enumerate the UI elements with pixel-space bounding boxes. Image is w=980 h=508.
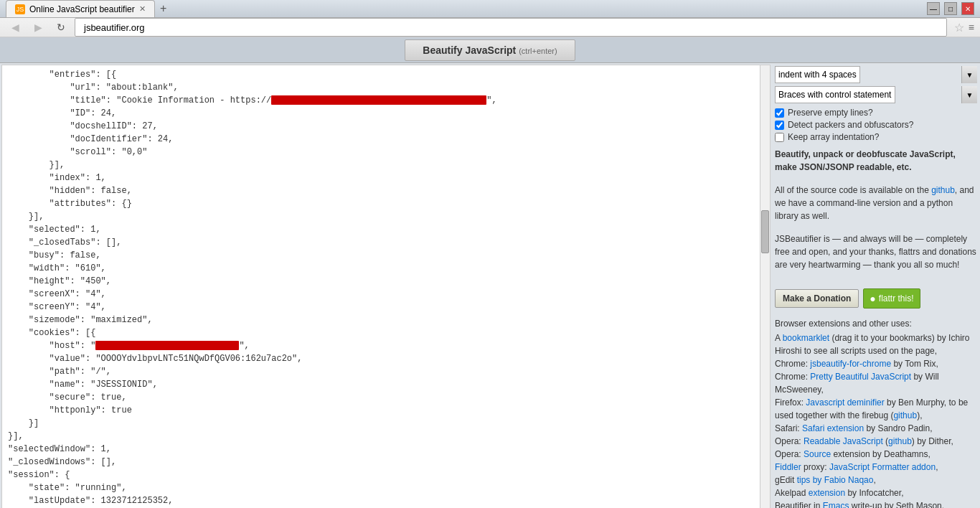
preserve-checkbox[interactable] xyxy=(775,108,784,118)
emacs-line: Beautifier in Emacs write-up by Seth Mas… xyxy=(775,499,977,508)
address-bar[interactable]: jsbeautifier.org xyxy=(75,18,947,37)
tab-close-button[interactable]: ✕ xyxy=(139,4,146,14)
gedit-line: gEdit tips by Fabio Naqao, xyxy=(775,474,977,486)
reload-button[interactable]: ↻ xyxy=(52,18,70,37)
braces-select-arrow: ▼ xyxy=(961,86,977,103)
back-button[interactable]: ◀ xyxy=(6,18,24,37)
opera-line-1: Opera: Readable JavaScript (github) by D… xyxy=(775,435,977,448)
donate-button[interactable]: Make a Donation xyxy=(775,289,859,308)
right-panel: indent with 4 spacesindent with 2 spaces… xyxy=(772,63,980,508)
deminifier-link[interactable]: Javascript deminifier xyxy=(806,398,884,408)
safari-line: Safari: Safari extension by Sandro Padin… xyxy=(775,422,977,435)
detect-label[interactable]: Detect packers and obfuscators? xyxy=(788,120,913,130)
info-para2: JSBeautifier is — and always will be — c… xyxy=(775,232,977,271)
donate-row: Make a Donation ● flattr this! xyxy=(775,288,977,309)
tab-title: Online JavaScript beautifier xyxy=(29,4,135,14)
app-content: Beautify JavaScript (ctrl+enter) "entrie… xyxy=(0,37,980,508)
braces-select[interactable]: Braces with control statementEnd expand … xyxy=(775,86,895,103)
beautify-label: Beautify JavaScript xyxy=(423,44,516,56)
tab-favicon: JS xyxy=(15,4,25,14)
editor-scrollbar-thumb[interactable] xyxy=(761,210,769,253)
beautify-shortcut: (ctrl+enter) xyxy=(519,47,557,55)
indent-select-wrapper: indent with 4 spacesindent with 2 spaces… xyxy=(775,66,977,83)
checkboxes-section: Preserve empty lines? Detect packers and… xyxy=(775,108,977,142)
browser-ext-title: Browser extensions and other uses: xyxy=(775,319,977,329)
firebug-github-link[interactable]: github xyxy=(893,410,917,420)
indent-select-row: indent with 4 spacesindent with 2 spaces… xyxy=(775,66,977,83)
pretty-beautiful-link[interactable]: Pretty Beautiful JavaScript xyxy=(810,372,911,382)
bookmarklet-line: A bookmarklet (drag it to your bookmarks… xyxy=(775,331,977,357)
flattr-button[interactable]: ● flattr this! xyxy=(863,288,920,309)
browser-frame: JS Online JavaScript beautifier ✕ + — □ … xyxy=(0,0,980,508)
opera-line-2: Opera: Source extension by Deathamns, xyxy=(775,448,977,461)
info-heading: Beautify, unpack or deobfuscate JavaScri… xyxy=(775,148,977,174)
minimize-button[interactable]: — xyxy=(927,2,940,15)
window-controls: — □ ✕ xyxy=(927,2,974,15)
forward-button[interactable]: ▶ xyxy=(29,18,47,37)
chrome-line-2: Chrome: Pretty Beautiful JavaScript by W… xyxy=(775,370,977,396)
browser-tab[interactable]: JS Online JavaScript beautifier ✕ xyxy=(6,0,155,17)
close-button[interactable]: ✕ xyxy=(961,2,974,15)
main-area: "entries": [{ "url": "about:blank", "tit… xyxy=(0,63,980,508)
preserve-checkbox-row: Preserve empty lines? xyxy=(775,108,977,118)
readable-github-link[interactable]: github xyxy=(888,436,912,446)
safari-ext-link[interactable]: Safari extension xyxy=(802,423,864,433)
bookmarklet-link[interactable]: bookmarklet xyxy=(783,333,829,343)
editor-scrollbar[interactable] xyxy=(760,65,770,508)
new-tab-button[interactable]: + xyxy=(155,0,172,17)
indent-select[interactable]: indent with 4 spacesindent with 2 spaces… xyxy=(775,66,860,83)
source-link[interactable]: Source xyxy=(804,449,831,459)
akelpad-line: Akelpad extension by Infocatcher, xyxy=(775,486,977,499)
braces-select-wrapper: Braces with control statementEnd expand … xyxy=(775,86,977,103)
browser-extensions-section: Browser extensions and other uses: A boo… xyxy=(775,319,977,508)
maximize-button[interactable]: □ xyxy=(944,2,957,15)
address-text: jsbeautifier.org xyxy=(84,22,145,33)
emacs-link[interactable]: Emacs xyxy=(823,501,849,508)
beautify-button[interactable]: Beautify JavaScript (ctrl+enter) xyxy=(405,39,575,61)
braces-select-row: Braces with control statementEnd expand … xyxy=(775,86,977,103)
chrome-line-1: Chrome: jsbeautify-for-chrome by Tom Rix… xyxy=(775,357,977,370)
array-checkbox-row: Keep array indentation? xyxy=(775,132,977,142)
array-label[interactable]: Keep array indentation? xyxy=(788,132,879,142)
editor-panel: "entries": [{ "url": "about:blank", "tit… xyxy=(1,65,771,508)
bookmark-star-button[interactable]: ☆ xyxy=(954,21,964,34)
firefox-line: Firefox: Javascript deminifier by Ben Mu… xyxy=(775,396,977,422)
fiddler-line: Fiddler proxy: JavaScript Formatter addo… xyxy=(775,461,977,474)
beautify-bar: Beautify JavaScript (ctrl+enter) xyxy=(0,37,980,63)
preserve-label[interactable]: Preserve empty lines? xyxy=(788,108,873,118)
flattr-label: flattr this! xyxy=(879,293,914,304)
flattr-icon: ● xyxy=(870,293,875,304)
jsbeautify-chrome-link[interactable]: jsbeautify-for-chrome xyxy=(810,359,891,369)
readable-js-link[interactable]: Readable JavaScript xyxy=(804,436,883,446)
detect-checkbox-row: Detect packers and obfuscators? xyxy=(775,120,977,130)
github-link-1[interactable]: github xyxy=(931,185,955,195)
info-para1: All of the source code is available on t… xyxy=(775,184,977,222)
js-formatter-link[interactable]: JavaScript Formatter addon xyxy=(829,462,936,472)
gedit-tips-link[interactable]: tips by Fabio Naqao xyxy=(797,475,874,485)
nav-bar: ◀ ▶ ↻ jsbeautifier.org ☆ ≡ xyxy=(0,18,980,37)
array-checkbox[interactable] xyxy=(775,133,784,142)
indent-select-arrow: ▼ xyxy=(961,66,977,83)
title-bar: JS Online JavaScript beautifier ✕ + — □ … xyxy=(0,0,980,18)
detect-checkbox[interactable] xyxy=(775,121,784,130)
akelpad-ext-link[interactable]: extension xyxy=(809,488,845,498)
fiddler-link[interactable]: Fiddler xyxy=(775,462,801,472)
settings-wrench-button[interactable]: ≡ xyxy=(969,22,974,33)
info-section: Beautify, unpack or deobfuscate JavaScri… xyxy=(775,148,977,281)
editor-textarea[interactable]: "entries": [{ "url": "about:blank", "tit… xyxy=(2,65,760,508)
